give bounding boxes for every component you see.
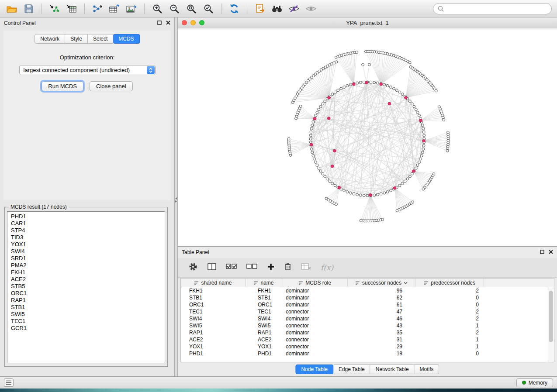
show-all-icon[interactable] bbox=[304, 2, 318, 15]
run-mcds-button[interactable]: Run MCDS bbox=[42, 81, 83, 91]
table-panel: Table Panel f(x) shared namenameMCDS rol… bbox=[178, 247, 557, 376]
export-image-icon[interactable] bbox=[125, 2, 138, 15]
table-row[interactable]: ACE2ACE2connector311 bbox=[181, 336, 554, 343]
zoom-selected-icon[interactable] bbox=[202, 2, 215, 15]
open-session-icon[interactable] bbox=[5, 2, 18, 15]
tab-mcds[interactable]: MCDS bbox=[113, 34, 139, 44]
tab-edge-table[interactable]: Edge Table bbox=[333, 364, 370, 374]
mcds-result-item[interactable]: GCR1 bbox=[11, 325, 165, 332]
toolbar-separator bbox=[221, 3, 221, 14]
table-cell: 2 bbox=[415, 287, 484, 294]
memory-button[interactable]: Memory bbox=[516, 378, 553, 387]
mcds-result-item[interactable]: SWI4 bbox=[11, 248, 165, 255]
zoom-in-icon[interactable] bbox=[151, 2, 164, 15]
table-scrollbar-thumb[interactable] bbox=[549, 291, 553, 342]
table-cell: 43 bbox=[348, 322, 415, 329]
close-window-icon[interactable] bbox=[182, 20, 187, 25]
save-session-icon[interactable] bbox=[22, 2, 35, 15]
mcds-result-item[interactable]: SRD1 bbox=[11, 255, 165, 262]
table-cell: FKH1 bbox=[181, 287, 246, 294]
close-panel-icon[interactable] bbox=[166, 20, 170, 26]
table-row[interactable]: RAP1RAP1dominator352 bbox=[181, 329, 554, 336]
table-cell: dominator bbox=[282, 301, 348, 308]
search-input[interactable] bbox=[446, 5, 547, 12]
mcds-result-item[interactable]: YOX1 bbox=[11, 241, 165, 248]
table-cell: 29 bbox=[348, 343, 415, 350]
column-header-name[interactable]: name bbox=[246, 279, 282, 287]
mcds-result-item[interactable]: TEC1 bbox=[11, 318, 165, 325]
import-network-from-file-icon[interactable] bbox=[48, 2, 61, 15]
delete-table-icon[interactable] bbox=[301, 263, 311, 272]
close-table-panel-icon[interactable] bbox=[549, 249, 553, 255]
table-row[interactable]: ORC1ORC1dominator610 bbox=[181, 301, 554, 308]
control-panel-title: Control Panel bbox=[4, 20, 36, 26]
column-header-successor-nodes[interactable]: successor nodes bbox=[348, 279, 415, 287]
float-panel-icon[interactable] bbox=[157, 20, 162, 26]
panel-divider[interactable] bbox=[175, 17, 178, 376]
mcds-result-item[interactable]: ACE2 bbox=[11, 276, 165, 283]
task-history-icon[interactable] bbox=[4, 378, 14, 387]
mcds-result-item[interactable]: STB5 bbox=[11, 283, 165, 290]
search-box[interactable] bbox=[433, 3, 552, 14]
tab-select[interactable]: Select bbox=[88, 34, 113, 44]
zoom-out-icon[interactable] bbox=[168, 2, 181, 15]
function-builder-icon[interactable]: f(x) bbox=[321, 263, 333, 272]
zoom-fit-content-icon[interactable] bbox=[185, 2, 198, 15]
mcds-result-item[interactable]: ORC1 bbox=[11, 290, 165, 297]
column-header-predecessor-nodes[interactable]: predecessor nodes bbox=[415, 279, 484, 287]
select-all-rows-icon[interactable] bbox=[226, 262, 237, 273]
mcds-result-item[interactable]: TID3 bbox=[11, 234, 165, 241]
tab-motifs[interactable]: Motifs bbox=[415, 364, 439, 374]
export-table-icon[interactable] bbox=[108, 2, 121, 15]
table-row[interactable]: FKH1FKH1dominator962 bbox=[181, 287, 554, 294]
mcds-result-item[interactable]: STP4 bbox=[11, 227, 165, 234]
column-header-shared-name[interactable]: shared name bbox=[181, 279, 246, 287]
import-table-from-file-icon[interactable] bbox=[65, 2, 78, 15]
tab-node-table[interactable]: Node Table bbox=[295, 364, 333, 374]
mcds-result-item[interactable]: STB1 bbox=[11, 304, 165, 311]
column-header-MCDS-role[interactable]: MCDS role bbox=[282, 279, 348, 287]
tab-style[interactable]: Style bbox=[65, 34, 88, 44]
mcds-result-item[interactable]: CAR1 bbox=[11, 220, 165, 227]
table-cell: dominator bbox=[282, 294, 348, 301]
table-scrollbar[interactable] bbox=[548, 287, 554, 362]
network-view[interactable] bbox=[178, 28, 557, 247]
float-table-panel-icon[interactable] bbox=[540, 249, 544, 255]
optimization-dropdown[interactable]: largest connected component (undirected) bbox=[19, 65, 156, 75]
main-toolbar bbox=[0, 0, 557, 17]
mcds-result-item[interactable]: SWI5 bbox=[11, 311, 165, 318]
table-cell: PHD1 bbox=[181, 350, 246, 357]
share-document-icon[interactable] bbox=[253, 2, 266, 15]
add-row-icon[interactable] bbox=[267, 263, 275, 272]
search-network-icon[interactable] bbox=[270, 2, 284, 15]
tab-network[interactable]: Network bbox=[35, 34, 65, 44]
close-panel-button[interactable]: Close panel bbox=[90, 81, 133, 91]
minimize-window-icon[interactable] bbox=[190, 20, 196, 25]
network-canvas[interactable] bbox=[178, 28, 557, 246]
mcds-result-item[interactable]: RAP1 bbox=[11, 297, 165, 304]
split-columns-icon[interactable] bbox=[207, 262, 217, 273]
table-cell: dominator bbox=[282, 315, 348, 322]
export-network-icon[interactable] bbox=[91, 2, 104, 15]
window-controls bbox=[182, 20, 204, 25]
delete-rows-icon[interactable] bbox=[284, 262, 292, 273]
table-cell: 1 bbox=[415, 322, 484, 329]
table-row[interactable]: STB1STB1dominator620 bbox=[181, 294, 554, 301]
tab-network-table[interactable]: Network Table bbox=[370, 364, 415, 374]
table-row[interactable]: SWI5SWI5connector431 bbox=[181, 322, 554, 329]
table-cell: dominator bbox=[282, 329, 348, 336]
table-row[interactable]: TEC1TEC1connector472 bbox=[181, 308, 554, 315]
table-settings-icon[interactable] bbox=[188, 262, 198, 273]
refresh-view-icon[interactable] bbox=[228, 2, 241, 15]
mcds-result-item[interactable]: PHD1 bbox=[11, 213, 165, 220]
mcds-result-item[interactable]: FKH1 bbox=[11, 269, 165, 276]
table-row[interactable]: SWI4SWI4dominator462 bbox=[181, 315, 554, 322]
table-row[interactable]: YOX1YOX1connector291 bbox=[181, 343, 554, 350]
deselect-all-rows-icon[interactable] bbox=[246, 262, 258, 273]
hide-selected-icon[interactable] bbox=[287, 2, 301, 15]
network-window-titlebar[interactable]: YPA_prune.txt_1 bbox=[178, 17, 557, 28]
table-cell: TEC1 bbox=[181, 308, 246, 315]
mcds-result-item[interactable]: PMA2 bbox=[11, 262, 165, 269]
maximize-window-icon[interactable] bbox=[199, 20, 204, 25]
table-row[interactable]: PHD1PHD1dominator180 bbox=[181, 350, 554, 357]
